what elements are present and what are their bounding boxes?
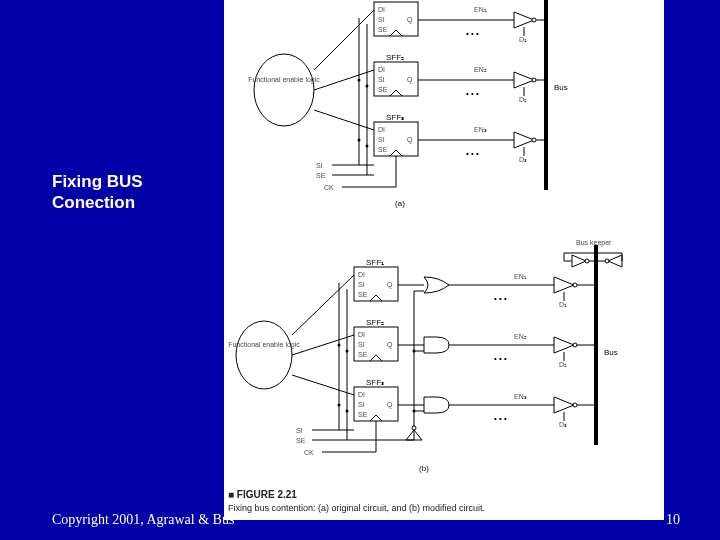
title-line-1: Fixing BUS — [52, 171, 143, 192]
bus-label-b: Bus — [604, 348, 618, 357]
svg-line-115 — [292, 375, 354, 395]
svg-text:SE: SE — [296, 437, 306, 444]
svg-point-58 — [605, 259, 609, 263]
svg-line-40 — [314, 110, 374, 130]
bus-keeper-label: Bus keeper — [576, 239, 612, 247]
svg-text:Q: Q — [407, 136, 413, 144]
svg-point-128 — [346, 410, 349, 413]
svg-line-38 — [314, 10, 374, 70]
svg-text:Q: Q — [387, 401, 393, 409]
title-line-2: Conection — [52, 192, 143, 213]
svg-text:• • •: • • • — [494, 294, 507, 303]
svg-line-114 — [292, 335, 354, 355]
svg-text:SE: SE — [358, 411, 368, 418]
sff2-label-a: SFF₂ — [386, 53, 404, 62]
svg-text:SE: SE — [358, 351, 368, 358]
en2-label-a: EN₂ — [474, 66, 487, 73]
sff1-label-b: SFF₁ — [366, 258, 384, 267]
svg-point-56 — [585, 259, 589, 263]
svg-rect-0 — [544, 0, 548, 190]
en1-label-a: EN₁ — [474, 6, 487, 13]
subfigure-a-label: (a) — [395, 199, 405, 208]
svg-point-34 — [532, 138, 536, 142]
d3-label-a: D₃ — [519, 156, 527, 163]
svg-text:SI: SI — [296, 427, 303, 434]
svg-marker-73 — [554, 277, 574, 293]
figure-number: FIGURE 2.21 — [228, 489, 297, 500]
svg-point-52 — [358, 139, 361, 142]
svg-text:Q: Q — [407, 76, 413, 84]
svg-marker-20 — [514, 72, 534, 88]
d3-label-b: D₃ — [559, 421, 567, 428]
bus-label-a: Bus — [554, 83, 568, 92]
svg-text:• • •: • • • — [466, 89, 479, 98]
svg-point-22 — [532, 78, 536, 82]
svg-point-51 — [366, 85, 369, 88]
svg-text:DI: DI — [378, 66, 385, 73]
svg-point-112 — [412, 426, 416, 430]
svg-text:SE: SE — [378, 26, 388, 33]
svg-text:Q: Q — [407, 16, 413, 24]
svg-point-126 — [346, 350, 349, 353]
d1-label-a: D₁ — [519, 36, 527, 43]
svg-text:SE: SE — [378, 146, 388, 153]
en3-label-b: EN₃ — [514, 393, 527, 400]
sff2-label-b: SFF₂ — [366, 318, 384, 327]
block-functional-enable-logic-b: Functional enable logic — [228, 341, 300, 349]
svg-text:CK: CK — [324, 184, 334, 191]
figure-container: Bus Functional enable logic SFF₁ DI SI S… — [224, 0, 664, 520]
svg-point-127 — [338, 404, 341, 407]
svg-text:SI: SI — [358, 401, 365, 408]
footer-copyright: Copyright 2001, Agrawal & Bus — [52, 512, 234, 528]
svg-point-53 — [366, 145, 369, 148]
d2-label-b: D₂ — [559, 361, 567, 368]
svg-marker-8 — [514, 12, 534, 28]
svg-marker-32 — [514, 132, 534, 148]
svg-text:• • •: • • • — [494, 414, 507, 423]
d1-label-b: D₁ — [559, 301, 567, 308]
block-functional-enable-logic-a1: Functional enable logic — [248, 76, 320, 84]
svg-text:• • •: • • • — [494, 354, 507, 363]
svg-text:SE: SE — [378, 86, 388, 93]
svg-point-87 — [573, 343, 577, 347]
svg-text:DI: DI — [358, 271, 365, 278]
svg-point-50 — [358, 79, 361, 82]
svg-point-110 — [413, 410, 416, 413]
svg-text:DI: DI — [358, 391, 365, 398]
svg-text:SI: SI — [378, 16, 385, 23]
svg-point-100 — [573, 403, 577, 407]
svg-text:DI: DI — [358, 331, 365, 338]
en2-label-b: EN₂ — [514, 333, 527, 340]
svg-marker-55 — [572, 255, 586, 267]
svg-text:SI: SI — [358, 341, 365, 348]
svg-text:DI: DI — [378, 126, 385, 133]
svg-text:SI: SI — [378, 76, 385, 83]
svg-text:SI: SI — [378, 136, 385, 143]
svg-line-113 — [292, 275, 354, 335]
svg-text:CK: CK — [304, 449, 314, 456]
svg-point-1 — [254, 54, 314, 126]
svg-point-125 — [338, 344, 341, 347]
en3-label-a: EN₃ — [474, 126, 487, 133]
page-number: 10 — [666, 512, 680, 528]
svg-point-109 — [413, 350, 416, 353]
figure-caption-text: Fixing bus contention: (a) original circ… — [228, 503, 485, 513]
sff3-label-b: SFF₃ — [366, 378, 384, 387]
slide-title: Fixing BUS Conection — [52, 171, 143, 214]
circuit-diagram: Bus Functional enable logic SFF₁ DI SI S… — [224, 0, 664, 500]
en1-label-b: EN₁ — [514, 273, 527, 280]
figure-caption: FIGURE 2.21 Fixing bus contention: (a) o… — [228, 488, 485, 514]
svg-text:SI: SI — [316, 162, 323, 169]
sff3-label-a: SFF₃ — [386, 113, 404, 122]
svg-text:SI: SI — [358, 281, 365, 288]
svg-point-10 — [532, 18, 536, 22]
svg-text:SE: SE — [358, 291, 368, 298]
svg-text:• • •: • • • — [466, 29, 479, 38]
svg-text:DI: DI — [378, 6, 385, 13]
svg-text:Q: Q — [387, 281, 393, 289]
svg-marker-57 — [608, 255, 622, 267]
svg-point-65 — [236, 321, 292, 389]
svg-rect-54 — [594, 245, 598, 445]
svg-marker-99 — [554, 397, 574, 413]
subfigure-b-label: (b) — [419, 464, 429, 473]
